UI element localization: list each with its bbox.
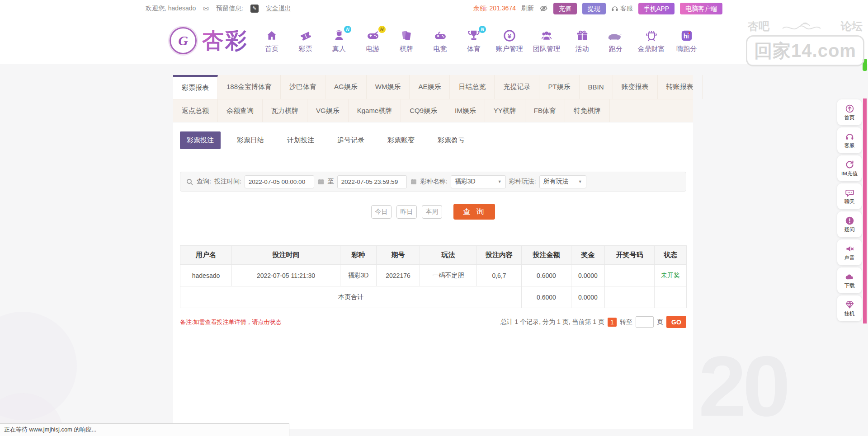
tab-pt[interactable]: PT娱乐 <box>539 75 579 99</box>
pagination: 总计 1 个记录, 分为 1 页, 当前第 1 页 1 转至 页 GO <box>497 316 686 328</box>
sidebar-item-home[interactable]: 首页 <box>837 99 862 125</box>
note-text: 备注:如需查看投注单详情，请点击状态 <box>180 318 282 326</box>
bet-time-label: 投注时间: <box>214 178 241 186</box>
play-type-select[interactable]: 所有玩法 <box>539 175 586 188</box>
cell-status[interactable]: 未开奖 <box>655 265 687 286</box>
site-logo[interactable]: G 杏彩 <box>170 26 248 55</box>
subtab-lottery-daily[interactable]: 彩票日结 <box>230 131 271 149</box>
subtab-lottery-account-change[interactable]: 彩票账变 <box>381 131 421 149</box>
current-page-badge[interactable]: 1 <box>608 318 617 327</box>
tab-daily-summary[interactable]: 日结总览 <box>450 75 495 99</box>
balance-value: 201.3674 <box>490 5 516 12</box>
mobile-app-button[interactable]: 手机APP <box>638 3 675 14</box>
nav-item-treasure[interactable]: 金鼎财富 <box>638 28 665 53</box>
yesterday-button[interactable]: 昨日 <box>396 205 417 219</box>
tab-transfer-report[interactable]: 转账报表 <box>658 75 703 99</box>
go-button[interactable]: GO <box>666 316 686 328</box>
query-label: 查询: <box>197 178 211 186</box>
im-recharge-icon <box>845 160 854 169</box>
balance-label: 余额: <box>473 5 488 12</box>
tab-balance-query[interactable]: 余额查询 <box>218 99 263 122</box>
lottery-ticket-icon <box>299 28 312 44</box>
tab-temian-cards[interactable]: 特免棋牌 <box>565 99 610 122</box>
mail-icon[interactable]: ✉ <box>203 5 209 13</box>
withdraw-button[interactable]: 提现 <box>582 3 606 14</box>
sidebar-item-download[interactable]: 下载 <box>837 267 862 293</box>
col-issue: 期号 <box>377 246 420 265</box>
header: 欢迎您, hadesado ✉ 预留信息: ✎ 安全退出 余额: 201.367… <box>0 0 868 64</box>
tab-kgame[interactable]: Kgame棋牌 <box>349 99 401 122</box>
nav-item-live-casino[interactable]: N 真人 <box>327 28 351 53</box>
col-bet-time: 投注时间 <box>232 246 340 265</box>
nav-item-board-cards[interactable]: 棋牌 <box>395 28 418 53</box>
lottery-name-select[interactable]: 福彩3D <box>451 175 506 188</box>
eye-off-icon[interactable] <box>539 4 548 13</box>
tab-cq9[interactable]: CQ9娱乐 <box>401 99 446 122</box>
tab-deposit-withdraw-record[interactable]: 充提记录 <box>495 75 539 99</box>
scrollbar-track[interactable] <box>863 98 867 323</box>
hangup-diamond-icon <box>845 300 854 309</box>
calendar-icon[interactable] <box>410 178 417 185</box>
customer-service-link[interactable]: 客服 <box>611 5 633 13</box>
tab-wali-cards[interactable]: 瓦力棋牌 <box>263 99 307 122</box>
goto-page-input[interactable] <box>636 316 654 328</box>
download-cloud-icon <box>844 272 854 281</box>
cards-icon <box>400 28 413 44</box>
sidebar-item-hangup[interactable]: 挂机 <box>837 295 862 321</box>
nav-item-esports[interactable]: 电竞 <box>429 28 452 53</box>
subtab-lottery-pl[interactable]: 彩票盈亏 <box>431 131 472 149</box>
nav-item-team[interactable]: 团队管理 <box>533 28 560 53</box>
refresh-link[interactable]: 刷新 <box>521 5 534 13</box>
today-button[interactable]: 今日 <box>371 205 392 219</box>
time-to-input[interactable] <box>337 175 407 188</box>
time-from-input[interactable] <box>245 175 314 188</box>
nav-item-activity[interactable]: 活动 <box>571 28 594 53</box>
tab-vg[interactable]: VG娱乐 <box>307 99 349 122</box>
page-unit-label: 页 <box>657 318 663 326</box>
tab-account-change-report[interactable]: 账变报表 <box>613 75 658 99</box>
watermark: 杏吧 论坛 回家14.com <box>746 19 864 66</box>
tab-saba-sports[interactable]: 沙巴体育 <box>281 75 326 99</box>
nav-item-slots[interactable]: H 电游 <box>361 28 385 53</box>
subtab-chase-record[interactable]: 追号记录 <box>330 131 371 149</box>
sidebar-item-chat[interactable]: 聊天 <box>837 183 862 209</box>
logo-monogram: G <box>170 27 197 54</box>
sidebar-item-service[interactable]: 客服 <box>837 127 862 153</box>
tab-ag[interactable]: AG娱乐 <box>326 75 367 99</box>
reserved-info-label: 预留信息: <box>216 5 243 13</box>
nav-item-account[interactable]: ¥ 账户管理 <box>496 28 523 53</box>
nav-item-home[interactable]: 首页 <box>260 28 283 53</box>
tab-ae[interactable]: AE娱乐 <box>410 75 450 99</box>
recharge-button[interactable]: 充值 <box>553 3 577 14</box>
live-casino-icon: N <box>332 28 346 44</box>
sidebar-item-sound[interactable]: 声音 <box>837 239 862 265</box>
quick-buttons-row: 今日 昨日 本周 查 询 <box>173 204 693 220</box>
tabs-row-2: 返点总额 余额查询 瓦力棋牌 VG娱乐 Kgame棋牌 CQ9娱乐 IM娱乐 Y… <box>173 99 693 122</box>
calendar-icon[interactable] <box>317 178 325 185</box>
nav-item-paofen[interactable]: 跑分 <box>604 28 627 53</box>
edit-icon[interactable]: ✎ <box>250 5 259 13</box>
tab-yy-cards[interactable]: YY棋牌 <box>485 99 525 122</box>
nav-item-lottery[interactable]: 彩票 <box>294 28 317 53</box>
tab-fb-sports[interactable]: FB体育 <box>525 99 565 122</box>
subtab-plan-bets[interactable]: 计划投注 <box>280 131 321 149</box>
sidebar-item-im-recharge[interactable]: IM充值 <box>837 155 862 181</box>
nav-item-sports[interactable]: N 体育 <box>462 28 486 53</box>
this-week-button[interactable]: 本周 <box>422 205 442 219</box>
query-button[interactable]: 查 询 <box>453 204 495 220</box>
sidebar-item-question[interactable]: 疑问 <box>837 211 862 237</box>
summary-amount: 0.6000 <box>522 286 571 308</box>
tab-rebate-total[interactable]: 返点总额 <box>173 99 218 122</box>
tab-lottery-report[interactable]: 彩票报表 <box>173 75 218 99</box>
search-icon <box>186 178 193 186</box>
flourish-icon <box>780 20 830 32</box>
tab-im[interactable]: IM娱乐 <box>446 99 485 122</box>
pc-client-button[interactable]: 电脑客户端 <box>680 3 722 14</box>
tab-wm[interactable]: WM娱乐 <box>367 75 410 99</box>
svg-text:hi: hi <box>684 33 689 40</box>
subtab-lottery-bets[interactable]: 彩票投注 <box>180 131 221 149</box>
logout-link[interactable]: 安全退出 <box>266 5 291 13</box>
tab-188-sports[interactable]: 188金宝博体育 <box>218 75 281 99</box>
nav-item-hi-paofen[interactable]: hi 嗨跑分 <box>675 28 698 53</box>
tab-bbin[interactable]: BBIN <box>580 75 613 99</box>
